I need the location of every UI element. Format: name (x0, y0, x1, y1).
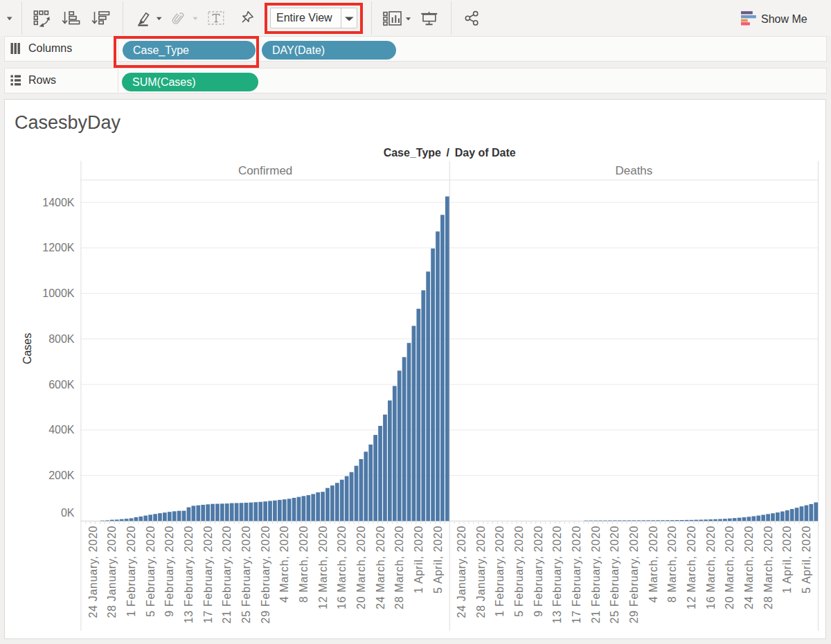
svg-text:800K: 800K (48, 333, 75, 345)
svg-text:4 March, 2020: 4 March, 2020 (278, 526, 290, 602)
svg-text:28 January, 2020: 28 January, 2020 (475, 526, 487, 618)
svg-text:24 January, 2020: 24 January, 2020 (87, 526, 99, 618)
svg-text:9 February, 2020: 9 February, 2020 (163, 526, 175, 617)
svg-text:28 March, 2020: 28 March, 2020 (762, 526, 774, 609)
svg-text:1 April, 2020: 1 April, 2020 (413, 526, 425, 593)
svg-text:13 February, 2020: 13 February, 2020 (183, 526, 195, 623)
svg-text:Case_Type / Day of Date: Case_Type / Day of Date (384, 147, 516, 159)
svg-text:200K: 200K (48, 469, 75, 481)
svg-text:21 February, 2020: 21 February, 2020 (590, 526, 602, 623)
svg-text:600K: 600K (48, 379, 75, 391)
svg-text:29 February, 2020: 29 February, 2020 (628, 526, 640, 623)
svg-text:8 March, 2020: 8 March, 2020 (666, 526, 678, 602)
svg-text:16 March, 2020: 16 March, 2020 (705, 526, 717, 609)
svg-text:20 March, 2020: 20 March, 2020 (724, 526, 735, 609)
svg-text:13 February, 2020: 13 February, 2020 (551, 526, 563, 623)
svg-text:29 February, 2020: 29 February, 2020 (260, 526, 271, 623)
svg-text:5 February, 2020: 5 February, 2020 (513, 526, 525, 617)
svg-text:17 February, 2020: 17 February, 2020 (202, 526, 214, 623)
svg-text:25 February, 2020: 25 February, 2020 (609, 526, 620, 623)
svg-text:20 March, 2020: 20 March, 2020 (355, 526, 367, 609)
svg-text:1 February, 2020: 1 February, 2020 (125, 526, 137, 617)
svg-text:1 April, 2020: 1 April, 2020 (781, 526, 793, 593)
svg-text:5 April, 2020: 5 April, 2020 (432, 526, 444, 593)
svg-text:1400K: 1400K (42, 197, 75, 208)
svg-text:5 February, 2020: 5 February, 2020 (145, 526, 157, 617)
svg-text:400K: 400K (48, 424, 75, 436)
svg-text:1 February, 2020: 1 February, 2020 (494, 526, 506, 617)
svg-text:28 January, 2020: 28 January, 2020 (106, 526, 118, 618)
svg-text:1200K: 1200K (42, 242, 75, 253)
svg-text:Confirmed: Confirmed (238, 164, 292, 177)
svg-text:24 January, 2020: 24 January, 2020 (456, 526, 467, 618)
svg-text:0K: 0K (61, 507, 75, 519)
svg-text:12 March, 2020: 12 March, 2020 (686, 526, 697, 609)
svg-text:17 February, 2020: 17 February, 2020 (571, 526, 582, 623)
svg-text:5 April, 2020: 5 April, 2020 (801, 526, 812, 593)
svg-text:25 February, 2020: 25 February, 2020 (240, 526, 252, 623)
svg-text:28 March, 2020: 28 March, 2020 (393, 526, 405, 609)
svg-text:Cases: Cases (22, 333, 34, 364)
svg-text:Deaths: Deaths (615, 164, 652, 177)
svg-text:24 March, 2020: 24 March, 2020 (375, 526, 386, 609)
svg-text:9 February, 2020: 9 February, 2020 (533, 526, 544, 617)
svg-text:8 March, 2020: 8 March, 2020 (298, 526, 310, 602)
svg-text:24 March, 2020: 24 March, 2020 (743, 526, 755, 609)
svg-text:21 February, 2020: 21 February, 2020 (221, 526, 233, 623)
svg-text:16 March, 2020: 16 March, 2020 (336, 526, 348, 609)
svg-text:12 March, 2020: 12 March, 2020 (317, 526, 329, 609)
svg-text:1000K: 1000K (42, 287, 75, 299)
svg-text:4 March, 2020: 4 March, 2020 (647, 526, 659, 602)
